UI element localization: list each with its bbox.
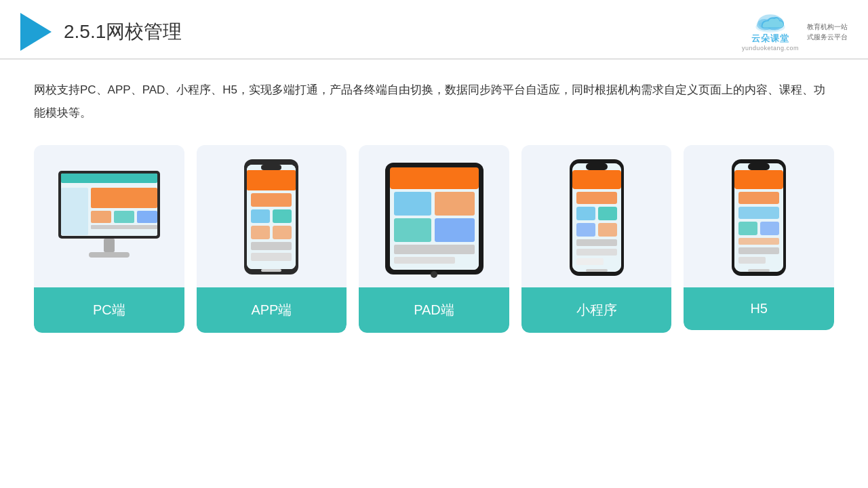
card-mini: 小程序	[521, 145, 672, 333]
svg-rect-59	[738, 192, 779, 204]
app-label: APP端	[197, 287, 347, 333]
svg-rect-49	[598, 223, 617, 237]
svg-rect-33	[394, 192, 431, 216]
svg-rect-53	[586, 269, 608, 272]
header: 2.5.1网校管理 云朵课堂 yunduoketang.com 教育机构一站 式…	[0, 0, 868, 60]
svg-rect-52	[576, 258, 604, 265]
logo-pinyin: yunduoketang.com	[742, 45, 799, 52]
svg-rect-51	[576, 249, 617, 256]
svg-rect-32	[390, 167, 479, 189]
svg-rect-21	[251, 193, 292, 207]
svg-rect-27	[251, 253, 292, 261]
svg-rect-48	[576, 223, 595, 237]
cloud-icon	[753, 12, 787, 33]
svg-rect-44	[572, 170, 621, 189]
main-content: 网校支持PC、APP、PAD、小程序、H5，实现多端打通，产品各终端自由切换，数…	[0, 60, 868, 346]
page-title: 2.5.1网校管理	[64, 19, 182, 45]
slogan-line1: 教育机构一站	[807, 22, 848, 32]
description-text: 网校支持PC、APP、PAD、小程序、H5，实现多端打通，产品各终端自由切换，数…	[34, 79, 834, 125]
svg-rect-38	[394, 257, 455, 264]
title-main: 网校管理	[106, 21, 182, 42]
card-pad: PAD端	[359, 145, 509, 333]
svg-rect-15	[89, 252, 130, 258]
svg-rect-9	[91, 188, 157, 208]
svg-rect-23	[273, 209, 292, 223]
svg-rect-11	[114, 211, 134, 223]
svg-rect-25	[273, 226, 292, 239]
svg-rect-45	[576, 192, 617, 204]
pc-device-image	[52, 167, 167, 269]
pad-label: PAD端	[359, 287, 509, 333]
pad-device-image	[382, 159, 487, 278]
svg-rect-19	[261, 165, 281, 170]
mini-label: 小程序	[521, 287, 672, 333]
play-triangle-icon	[20, 13, 52, 51]
h5-label: H5	[684, 287, 834, 330]
brand-logo: 云朵课堂 yunduoketang.com 教育机构一站 式服务云平台	[742, 12, 848, 52]
app-image-area	[197, 145, 347, 287]
svg-rect-58	[734, 170, 783, 189]
pc-label: PC端	[34, 287, 184, 333]
logo-name: 云朵课堂	[751, 33, 789, 45]
svg-rect-14	[104, 239, 115, 252]
svg-rect-62	[760, 222, 779, 235]
pad-image-area	[359, 145, 509, 287]
svg-rect-13	[91, 225, 157, 229]
card-h5: H5	[684, 145, 834, 330]
svg-rect-37	[394, 245, 475, 254]
svg-rect-10	[91, 211, 111, 223]
card-app: APP端	[197, 145, 347, 333]
svg-rect-60	[738, 207, 779, 219]
svg-rect-28	[261, 269, 281, 272]
svg-rect-36	[435, 218, 475, 242]
svg-rect-64	[738, 247, 779, 254]
svg-rect-12	[137, 211, 157, 223]
pc-image-area	[34, 145, 184, 287]
svg-rect-50	[576, 239, 617, 246]
app-device-image	[241, 159, 302, 278]
slogan-line2: 式服务云平台	[807, 32, 848, 42]
svg-rect-34	[435, 192, 475, 216]
mini-image-area	[521, 145, 672, 287]
svg-rect-46	[576, 207, 595, 220]
svg-rect-66	[748, 269, 770, 272]
svg-rect-47	[598, 207, 617, 220]
svg-rect-35	[394, 218, 431, 242]
svg-rect-7	[61, 174, 157, 183]
svg-rect-61	[738, 222, 757, 235]
svg-rect-22	[251, 209, 270, 223]
svg-rect-57	[748, 163, 770, 170]
mini-device-image	[567, 159, 627, 278]
svg-rect-43	[586, 163, 608, 170]
title-prefix: 2.5.1	[64, 21, 106, 42]
svg-rect-26	[251, 242, 292, 250]
svg-point-39	[431, 271, 437, 278]
h5-device-image	[729, 159, 789, 278]
svg-rect-20	[247, 170, 296, 190]
svg-rect-8	[61, 188, 88, 235]
svg-rect-24	[251, 226, 270, 239]
svg-rect-63	[738, 238, 779, 245]
device-cards: PC端	[34, 145, 834, 333]
yunduoketang-logo: 云朵课堂 yunduoketang.com	[742, 12, 799, 52]
h5-image-area	[684, 145, 834, 287]
card-pc: PC端	[34, 145, 184, 333]
svg-rect-65	[738, 257, 766, 264]
header-left: 2.5.1网校管理	[20, 13, 182, 51]
logo-slogan: 教育机构一站 式服务云平台	[807, 22, 848, 42]
